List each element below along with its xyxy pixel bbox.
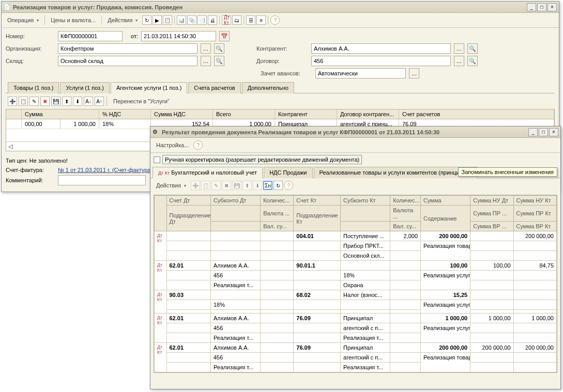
refresh-icon-2[interactable]: ↻ (273, 181, 283, 190)
delete-icon-2[interactable]: ✖ (222, 181, 231, 190)
grid-toolbar: ➕ 📋 ✎ ✖ 💾 ⬆ ⬇ A↓ A↑ Перенести в "Услуги" (6, 93, 555, 109)
down-icon[interactable]: ⬇ (73, 97, 82, 106)
basedon-icon[interactable]: 📑 (197, 15, 207, 25)
manual-edit-checkbox[interactable] (154, 156, 160, 163)
tree-icon[interactable]: ☰ (246, 15, 255, 25)
refresh-icon[interactable]: ↻ (142, 15, 151, 25)
tab-vat-sales[interactable]: НДС Продажи (264, 167, 312, 178)
comment-field[interactable] (58, 175, 146, 185)
minimize-button-2[interactable]: _ (528, 128, 538, 136)
maximize-button[interactable]: □ (537, 3, 546, 11)
col-sum: Сумма (22, 109, 99, 119)
result-toolbar: Настройка... ? (150, 138, 560, 153)
tab-agent-services[interactable]: Агентские услуги (1 поз.) (111, 82, 187, 93)
down-icon-2[interactable]: ⬇ (253, 181, 262, 190)
main-toolbar: Операция Цены и валюта... Действия ↻ ▶ 📋… (2, 13, 559, 28)
invoice-label: Счет-фактура: (6, 167, 55, 173)
window-title: Реализация товаров и услуг: Продажа, ком… (13, 4, 527, 10)
move-to-services-button[interactable]: Перенести в "Услуги" (110, 96, 173, 107)
copy-icon[interactable]: 📋 (19, 97, 28, 106)
actions-menu[interactable]: Действия (104, 14, 141, 26)
sigma-icon[interactable]: Σн (263, 181, 272, 190)
comment-label: Комментарий: (6, 177, 55, 183)
add-icon[interactable]: ➕ (8, 97, 17, 106)
tab-services[interactable]: Услуги (1 поз.) (60, 82, 109, 93)
close-button-2[interactable]: × (549, 128, 558, 136)
sort-asc-icon[interactable]: A↓ (84, 97, 93, 106)
up-icon[interactable]: ⬆ (62, 97, 71, 106)
posting-grid[interactable]: Счет Дт Субконто Дт Количес... Счет Кт С… (154, 195, 557, 373)
save-icon-2[interactable]: 💾 (232, 181, 241, 190)
warehouse-search-button[interactable]: 🔍 (214, 56, 224, 66)
calendar-button[interactable]: 📅 (219, 31, 230, 41)
close-button[interactable]: × (547, 3, 557, 11)
print-icon[interactable]: 🖨 (208, 15, 217, 25)
list-icon[interactable]: ≡ (256, 15, 266, 25)
warehouse-select-button[interactable]: … (201, 56, 211, 66)
counterparty-field[interactable]: Алхимов А.А. (311, 43, 451, 54)
help-icon[interactable]: ? (270, 15, 280, 25)
posting-row[interactable]: ДтКт62.01Алхимов А.А.76.09Принципал200 0… (155, 343, 557, 353)
save-icon[interactable]: 💾 (51, 97, 60, 106)
scroll-left-icon[interactable]: ◁ (8, 143, 12, 149)
register-toolbar: Действия ➕ 📋 ✎ ✖ 💾 ⬆ ⬇ Σн ↻ ? (150, 178, 560, 193)
advance-label: Зачет авансов: (261, 70, 312, 76)
window-title-2: Результат проведения документа Реализаци… (162, 129, 528, 135)
number-label: Номер: (6, 33, 55, 39)
sort-desc-icon[interactable]: A↑ (95, 97, 104, 106)
org-label: Организация: (6, 45, 55, 52)
col-contract: Договор контраген... (337, 109, 399, 119)
org-field[interactable]: Конфетпром (58, 43, 197, 54)
report-icon[interactable]: 📊 (177, 15, 186, 25)
contract-search-button[interactable]: 🔍 (467, 56, 478, 66)
col-vat-pct: % НДС (99, 109, 151, 119)
attach-icon[interactable]: 📎 (187, 15, 196, 25)
prices-button[interactable]: Цены и валюта... (47, 14, 99, 26)
minimize-button[interactable]: _ (527, 3, 536, 11)
delete-icon[interactable]: ✖ (40, 97, 50, 106)
contract-select-button[interactable]: … (454, 56, 464, 66)
tab-accounts[interactable]: Счета расчетов (188, 82, 240, 93)
posting-row[interactable]: ДтКт62.01Алхимов А.А.90.01.1100,00100,00… (155, 261, 557, 271)
document-icon: 📄 (4, 4, 11, 11)
advance-field[interactable]: Автоматически (315, 68, 406, 79)
tab-additional[interactable]: Дополнительно (242, 82, 294, 93)
actions-menu-2[interactable]: Действия (153, 180, 190, 191)
operation-menu[interactable]: Операция (4, 14, 42, 26)
posting-row[interactable]: ДтКт90.0368.02Налог (взнос...15,25 (155, 290, 557, 300)
org-select-button[interactable]: … (201, 43, 211, 54)
add-icon-2[interactable]: ➕ (191, 181, 200, 190)
posting-result-window: ⚙ Результат проведения документа Реализа… (150, 126, 561, 389)
warehouse-field[interactable]: Основной склад (58, 56, 197, 66)
tab-committent-goods[interactable]: Реализованные товары и услуги комитентов… (314, 167, 478, 178)
structure-icon[interactable]: 🗂 (232, 15, 241, 25)
tab-goods[interactable]: Товары (1 поз.) (8, 82, 59, 93)
edit-icon-2[interactable]: ✎ (211, 181, 221, 190)
posting-row[interactable]: ДтКт62.01Алхимов А.А.76.09Принципал1 000… (155, 313, 557, 323)
invoice-link[interactable]: № 1 от 21.03.2011 г. (Счет-фактура выд (58, 167, 163, 173)
advance-select-button[interactable]: … (409, 68, 419, 79)
detail-tabs: Товары (1 поз.) Услуги (1 поз.) Агентски… (6, 82, 555, 93)
warehouse-label: Склад: (6, 58, 55, 64)
up-icon-2[interactable]: ⬆ (242, 181, 252, 190)
dtkt-icon[interactable]: ДтКт (222, 15, 231, 25)
tab-accounting[interactable]: Дт Кт Бухгалтерский и налоговый учет (153, 167, 263, 178)
contract-field[interactable]: 456 (311, 56, 451, 66)
titlebar-2: ⚙ Результат проведения документа Реализа… (150, 127, 560, 138)
result-icon: ⚙ (153, 129, 160, 136)
settings-button[interactable]: Настройка... (153, 139, 192, 151)
posting-row[interactable]: ДтКт004.01Поступление ...2,000200 000,00… (155, 231, 557, 241)
record-icon[interactable]: 📋 (163, 15, 172, 25)
org-search-button[interactable]: 🔍 (214, 43, 224, 54)
post-icon[interactable]: ▶ (153, 15, 162, 25)
maximize-button-2[interactable]: □ (539, 128, 548, 136)
help-icon-3[interactable]: ? (284, 181, 293, 190)
counterparty-search-button[interactable]: 🔍 (467, 43, 478, 54)
tooltip-remember-changes: Запоминать внесенные изменения (458, 167, 557, 177)
counterparty-select-button[interactable]: … (454, 43, 464, 54)
number-field[interactable]: КФП00000001 (58, 31, 123, 41)
date-field[interactable]: 21.03.2011 14:50:30 (141, 31, 216, 41)
copy-icon-2[interactable]: 📋 (201, 181, 210, 190)
help-icon-2[interactable]: ? (193, 140, 203, 150)
edit-icon[interactable]: ✎ (29, 97, 39, 106)
